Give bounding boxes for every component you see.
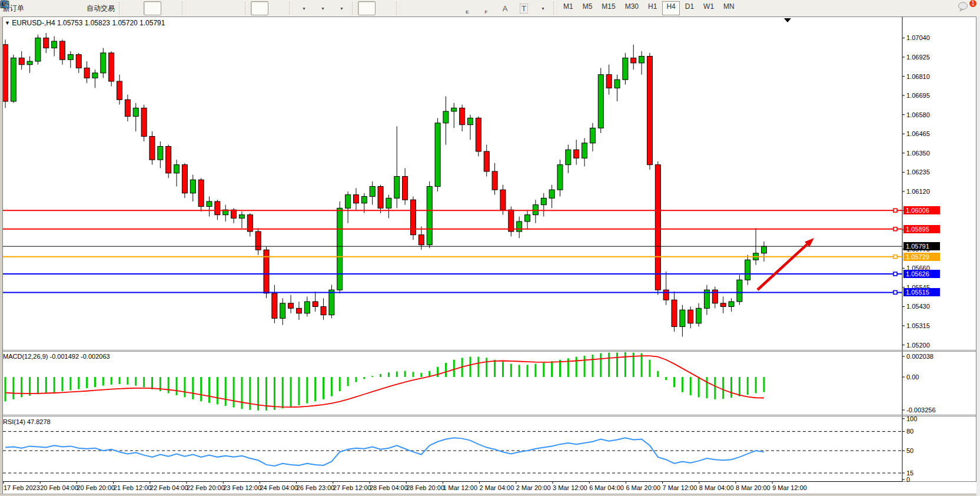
label-tool-icon: T [520,4,528,14]
time-tick[interactable]: 3 Mar 12:00 [553,484,587,491]
vertical-line-tool-button[interactable] [402,1,420,15]
candle [761,246,766,253]
label-tool-button[interactable]: T [515,1,533,15]
candle [174,165,180,173]
timeframe-MN[interactable]: MN [719,1,739,15]
timeframe-H1[interactable]: H1 [644,1,661,15]
candle [484,151,489,171]
chart-quotes: 1.05753 1.05823 1.05720 1.05791 [57,19,165,27]
timeframe-H4[interactable]: H4 [662,1,679,15]
timeframe-M5[interactable]: M5 [579,1,597,15]
macd-tick: 0.002038 [906,353,934,360]
time-tick[interactable]: 8 Mar 04:00 [699,484,734,491]
time-tick[interactable]: 27 Feb 12:00 [333,484,371,491]
price-tick: 1.06580 [906,111,930,118]
candle [52,41,57,48]
price-tick: 1.06465 [906,130,930,137]
time-tick[interactable]: 24 Feb 04:00 [260,484,298,491]
candle [598,75,603,128]
price-badge-1.06006: 1.06006 [903,206,940,214]
time-tick[interactable]: 7 Mar 12:00 [663,484,697,491]
price-tick: 1.05430 [906,303,930,310]
signals-button[interactable] [65,1,83,15]
trendline-tool-button[interactable] [440,1,457,15]
time-tick[interactable]: 20 Feb 04:00 [40,484,78,491]
cursor-tool-button[interactable] [358,1,376,15]
community-button[interactable] [46,1,64,15]
candle [150,137,155,160]
text-tool-button[interactable]: A [496,1,514,15]
timeframe-M30[interactable]: M30 [621,1,643,15]
timeframe-W1[interactable]: W1 [699,1,718,15]
market-button[interactable] [28,1,45,15]
time-tick[interactable]: 22 Feb 04:00 [150,484,188,491]
zoom-in-button[interactable] [188,1,205,15]
fibonacci-tool-button[interactable]: F [477,1,495,15]
candle [296,308,301,313]
candle [84,68,89,78]
candle [68,55,73,59]
timeframe-M15[interactable]: M15 [597,1,619,15]
indicators-button[interactable]: ▾ [295,1,313,15]
candle [614,80,620,88]
candle [361,196,367,203]
search-button[interactable] [938,1,956,15]
timeframe-D1[interactable]: D1 [681,1,698,15]
price-tick: 1.06695 [906,92,930,99]
candle [533,205,538,215]
candle [745,260,750,280]
time-tick[interactable]: 23 Feb 12:00 [223,484,261,491]
toolbar-separator [553,2,557,15]
time-tick[interactable]: 28 Feb 20:00 [406,484,444,491]
line-chart-mode-button[interactable] [162,1,180,15]
time-tick[interactable]: 1 Mar 12:00 [443,484,477,491]
arrows-tool-button[interactable]: ▾ [534,1,552,15]
candle [566,150,571,164]
candle [574,150,579,158]
candle [696,308,702,323]
candle [557,165,563,190]
auto-scroll-button[interactable] [251,1,268,15]
time-tick[interactable]: 26 Feb 23:00 [297,484,335,491]
candlestick-mode-button[interactable] [144,1,161,15]
crosshair-tool-button[interactable] [377,1,394,15]
candle [109,53,114,81]
periods-button[interactable]: ▾ [314,1,331,15]
chart-shift-button[interactable] [270,1,287,15]
time-tick[interactable]: 2 Mar 04:00 [480,484,514,491]
time-tick[interactable]: 22 Feb 20:00 [187,484,225,491]
candle [720,303,726,307]
price-tick: 1.06235 [906,168,930,176]
candle [280,303,285,318]
horizontal-line-tool-button[interactable] [421,1,438,15]
candle [672,300,677,326]
time-tick[interactable]: 6 Mar 04:00 [589,484,624,491]
autotrading-button[interactable]: 自动交易 [84,1,117,15]
candle [623,58,628,80]
candle [517,221,522,232]
bar-chart-mode-button[interactable] [125,1,142,15]
price-badge-1.05626: 1.05626 [903,270,940,278]
toolbar-separator [396,2,400,15]
time-tick[interactable]: 6 Mar 20:00 [626,484,660,491]
tile-windows-button[interactable] [225,1,243,15]
time-tick[interactable]: 21 Feb 12:00 [114,484,152,491]
time-tick[interactable]: 17 Feb 2023 [4,484,40,491]
time-tick[interactable]: 20 Feb 20:00 [77,484,115,491]
price-tick: 1.07040 [906,34,930,41]
templates-button[interactable]: ▾ [333,1,350,15]
chart-canvas[interactable] [0,16,980,496]
notifications-button[interactable]: 1 [957,1,975,15]
time-tick[interactable]: 9 Mar 12:00 [772,484,807,491]
toolbar-separator [182,2,186,15]
timeframe-M1[interactable]: M1 [559,1,577,15]
channel-tool-button[interactable]: E [459,1,476,15]
shift-marker-icon[interactable] [784,18,791,22]
time-tick[interactable]: 28 Feb 04:00 [370,484,408,491]
window-bottom-edge [0,494,980,496]
time-tick[interactable]: 8 Mar 20:00 [736,484,770,491]
macd-tick: -0.003256 [906,406,936,414]
candle [582,143,587,158]
time-tick[interactable]: 2 Mar 20:00 [516,484,551,491]
zoom-out-button[interactable] [207,1,224,15]
